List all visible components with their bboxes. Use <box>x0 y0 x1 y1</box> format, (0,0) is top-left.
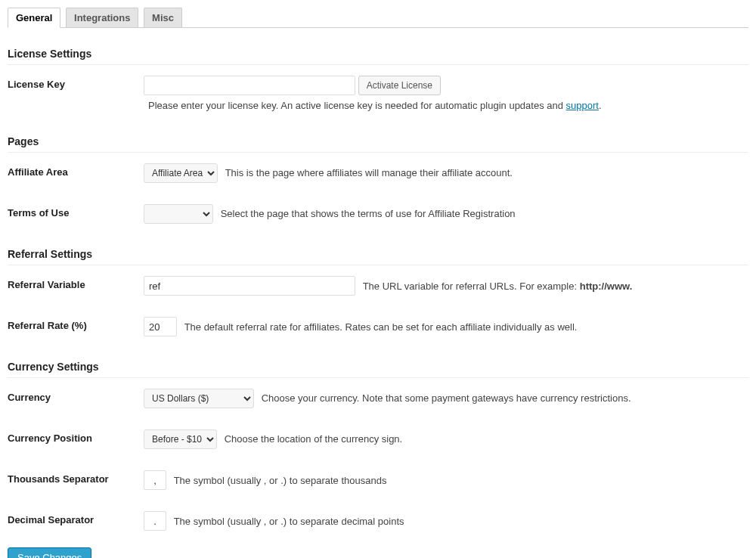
section-license-settings: License Settings <box>8 34 748 65</box>
terms-desc: Select the page that shows the terms of … <box>221 208 516 219</box>
activate-license-button[interactable]: Activate License <box>358 76 441 95</box>
tab-integrations[interactable]: Integrations <box>66 8 138 27</box>
label-referral-rate: Referral Rate (%) <box>8 306 144 347</box>
label-license-key: License Key <box>8 65 144 122</box>
license-key-desc-suffix: . <box>599 100 602 111</box>
currency-desc: Choose your currency. Note that some pay… <box>262 392 631 404</box>
tabs: General Integrations Misc <box>8 8 748 28</box>
save-changes-button[interactable]: Save Changes <box>8 547 91 558</box>
settings-form: License Settings License Key Activate Li… <box>8 34 748 541</box>
tab-general[interactable]: General <box>8 8 60 28</box>
referral-variable-desc: The URL variable for referral URLs. For … <box>363 281 633 292</box>
section-pages: Pages <box>8 122 748 153</box>
referral-variable-desc-prefix: The URL variable for referral URLs. For … <box>363 281 580 292</box>
affiliate-area-select[interactable]: Affiliate Area <box>144 163 218 183</box>
label-referral-variable: Referral Variable <box>8 265 144 306</box>
currency-select[interactable]: US Dollars ($) <box>144 389 254 408</box>
referral-rate-input[interactable] <box>144 317 177 336</box>
license-key-input[interactable] <box>144 76 355 95</box>
currency-position-desc: Choose the location of the currency sign… <box>225 433 403 445</box>
referral-variable-desc-strong: http://www. <box>580 281 633 292</box>
label-thousands-separator: Thousands Separator <box>8 460 144 501</box>
thousands-separator-desc: The symbol (usually , or .) to separate … <box>174 475 387 486</box>
referral-rate-desc: The default referral rate for affiliates… <box>184 321 578 333</box>
tab-misc[interactable]: Misc <box>144 8 182 27</box>
referral-variable-input[interactable] <box>144 276 355 296</box>
decimal-separator-input[interactable] <box>144 511 166 531</box>
license-key-desc: Please enter your license key. An active… <box>148 100 748 111</box>
decimal-separator-desc: The symbol (usually , or .) to separate … <box>174 516 404 527</box>
terms-select[interactable] <box>144 204 213 224</box>
support-link[interactable]: support <box>566 100 599 111</box>
currency-position-select[interactable]: Before - $10 <box>144 429 217 449</box>
label-currency-position: Currency Position <box>8 419 144 460</box>
section-currency-settings: Currency Settings <box>8 347 748 378</box>
label-decimal-separator: Decimal Separator <box>8 501 144 541</box>
label-currency: Currency <box>8 378 144 419</box>
label-affiliate-area: Affiliate Area <box>8 153 144 194</box>
license-key-desc-text: Please enter your license key. An active… <box>148 100 566 111</box>
thousands-separator-input[interactable] <box>144 470 166 490</box>
affiliate-area-desc: This is the page where affiliates will m… <box>225 167 513 178</box>
label-terms-of-use: Terms of Use <box>8 194 144 234</box>
section-referral-settings: Referral Settings <box>8 234 748 265</box>
